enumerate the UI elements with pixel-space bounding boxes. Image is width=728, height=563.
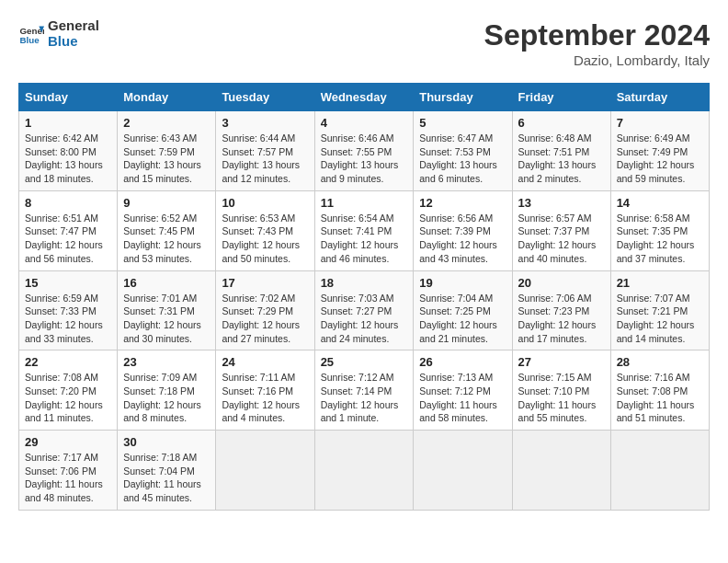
day-info: Sunrise: 6:43 AM Sunset: 7:59 PM Dayligh… <box>123 132 210 186</box>
day-number: 8 <box>25 196 111 210</box>
calendar-week-2: 8Sunrise: 6:51 AM Sunset: 7:47 PM Daylig… <box>19 190 710 270</box>
logo-line2: Blue <box>48 34 99 50</box>
day-info: Sunrise: 7:03 AM Sunset: 7:27 PM Dayligh… <box>321 292 408 346</box>
logo-icon: General Blue <box>18 21 44 47</box>
calendar-cell: 22Sunrise: 7:08 AM Sunset: 7:20 PM Dayli… <box>19 350 118 431</box>
day-number: 26 <box>419 355 506 369</box>
day-info: Sunrise: 6:42 AM Sunset: 8:00 PM Dayligh… <box>25 132 111 186</box>
weekday-header-tuesday: Tuesday <box>216 84 314 111</box>
day-number: 2 <box>123 116 210 130</box>
day-number: 25 <box>321 355 408 369</box>
day-info: Sunrise: 7:18 AM Sunset: 7:04 PM Dayligh… <box>123 451 210 505</box>
calendar-week-3: 15Sunrise: 6:59 AM Sunset: 7:33 PM Dayli… <box>19 270 710 350</box>
calendar-cell: 11Sunrise: 6:54 AM Sunset: 7:41 PM Dayli… <box>314 190 414 270</box>
calendar-week-5: 29Sunrise: 7:17 AM Sunset: 7:06 PM Dayli… <box>19 431 710 511</box>
day-info: Sunrise: 7:01 AM Sunset: 7:31 PM Dayligh… <box>123 292 210 346</box>
calendar-cell <box>216 431 314 511</box>
day-number: 9 <box>123 196 210 210</box>
calendar-cell: 28Sunrise: 7:16 AM Sunset: 7:08 PM Dayli… <box>610 350 709 431</box>
calendar-cell: 12Sunrise: 6:56 AM Sunset: 7:39 PM Dayli… <box>414 190 512 270</box>
day-info: Sunrise: 6:57 AM Sunset: 7:37 PM Dayligh… <box>518 212 605 266</box>
calendar-cell: 24Sunrise: 7:11 AM Sunset: 7:16 PM Dayli… <box>216 350 314 431</box>
day-number: 11 <box>321 196 408 210</box>
day-number: 17 <box>222 276 308 290</box>
calendar-cell <box>314 431 414 511</box>
day-number: 7 <box>617 116 703 130</box>
day-number: 4 <box>321 116 408 130</box>
day-info: Sunrise: 6:49 AM Sunset: 7:49 PM Dayligh… <box>617 132 703 186</box>
logo: General Blue General Blue <box>18 18 99 49</box>
day-number: 23 <box>123 355 210 369</box>
weekday-header-friday: Friday <box>512 84 610 111</box>
weekday-header-monday: Monday <box>118 84 216 111</box>
weekday-header-wednesday: Wednesday <box>314 84 414 111</box>
calendar-cell: 5Sunrise: 6:47 AM Sunset: 7:53 PM Daylig… <box>414 111 512 191</box>
day-number: 1 <box>25 116 111 130</box>
day-info: Sunrise: 7:08 AM Sunset: 7:20 PM Dayligh… <box>25 371 111 425</box>
day-info: Sunrise: 6:44 AM Sunset: 7:57 PM Dayligh… <box>222 132 308 186</box>
calendar-cell: 19Sunrise: 7:04 AM Sunset: 7:25 PM Dayli… <box>414 270 512 350</box>
calendar-cell: 6Sunrise: 6:48 AM Sunset: 7:51 PM Daylig… <box>512 111 610 191</box>
calendar-cell: 10Sunrise: 6:53 AM Sunset: 7:43 PM Dayli… <box>216 190 314 270</box>
day-number: 19 <box>419 276 506 290</box>
day-info: Sunrise: 7:13 AM Sunset: 7:12 PM Dayligh… <box>419 371 506 425</box>
calendar-cell: 20Sunrise: 7:06 AM Sunset: 7:23 PM Dayli… <box>512 270 610 350</box>
day-info: Sunrise: 7:06 AM Sunset: 7:23 PM Dayligh… <box>518 292 605 346</box>
day-number: 10 <box>222 196 308 210</box>
day-info: Sunrise: 7:09 AM Sunset: 7:18 PM Dayligh… <box>123 371 210 425</box>
day-info: Sunrise: 6:54 AM Sunset: 7:41 PM Dayligh… <box>321 212 408 266</box>
calendar-cell: 18Sunrise: 7:03 AM Sunset: 7:27 PM Dayli… <box>314 270 414 350</box>
calendar-cell <box>610 431 709 511</box>
day-number: 20 <box>518 276 605 290</box>
day-number: 30 <box>123 435 210 449</box>
logo-line1: General <box>48 18 99 34</box>
calendar-table: SundayMondayTuesdayWednesdayThursdayFrid… <box>18 83 710 511</box>
calendar-cell: 21Sunrise: 7:07 AM Sunset: 7:21 PM Dayli… <box>610 270 709 350</box>
day-number: 27 <box>518 355 605 369</box>
calendar-week-4: 22Sunrise: 7:08 AM Sunset: 7:20 PM Dayli… <box>19 350 710 431</box>
weekday-header-thursday: Thursday <box>414 84 512 111</box>
day-number: 6 <box>518 116 605 130</box>
calendar-cell <box>414 431 512 511</box>
calendar-cell: 8Sunrise: 6:51 AM Sunset: 7:47 PM Daylig… <box>19 190 118 270</box>
day-info: Sunrise: 7:17 AM Sunset: 7:06 PM Dayligh… <box>25 451 111 505</box>
day-info: Sunrise: 6:51 AM Sunset: 7:47 PM Dayligh… <box>25 212 111 266</box>
day-info: Sunrise: 6:53 AM Sunset: 7:43 PM Dayligh… <box>222 212 308 266</box>
calendar-cell: 16Sunrise: 7:01 AM Sunset: 7:31 PM Dayli… <box>118 270 216 350</box>
calendar-cell: 1Sunrise: 6:42 AM Sunset: 8:00 PM Daylig… <box>19 111 118 191</box>
day-number: 15 <box>25 276 111 290</box>
calendar-cell: 30Sunrise: 7:18 AM Sunset: 7:04 PM Dayli… <box>118 431 216 511</box>
calendar-cell: 17Sunrise: 7:02 AM Sunset: 7:29 PM Dayli… <box>216 270 314 350</box>
calendar-cell: 26Sunrise: 7:13 AM Sunset: 7:12 PM Dayli… <box>414 350 512 431</box>
day-info: Sunrise: 7:15 AM Sunset: 7:10 PM Dayligh… <box>518 371 605 425</box>
calendar-cell: 2Sunrise: 6:43 AM Sunset: 7:59 PM Daylig… <box>118 111 216 191</box>
day-number: 13 <box>518 196 605 210</box>
day-number: 21 <box>617 276 703 290</box>
calendar-cell: 13Sunrise: 6:57 AM Sunset: 7:37 PM Dayli… <box>512 190 610 270</box>
calendar-cell: 3Sunrise: 6:44 AM Sunset: 7:57 PM Daylig… <box>216 111 314 191</box>
day-number: 14 <box>617 196 703 210</box>
calendar-header-row: SundayMondayTuesdayWednesdayThursdayFrid… <box>19 84 710 111</box>
day-number: 18 <box>321 276 408 290</box>
day-number: 22 <box>25 355 111 369</box>
calendar-cell: 23Sunrise: 7:09 AM Sunset: 7:18 PM Dayli… <box>118 350 216 431</box>
day-info: Sunrise: 6:52 AM Sunset: 7:45 PM Dayligh… <box>123 212 210 266</box>
calendar-cell: 27Sunrise: 7:15 AM Sunset: 7:10 PM Dayli… <box>512 350 610 431</box>
calendar-cell: 14Sunrise: 6:58 AM Sunset: 7:35 PM Dayli… <box>610 190 709 270</box>
month-title: September 2024 <box>484 18 710 52</box>
svg-text:Blue: Blue <box>19 34 40 44</box>
day-number: 16 <box>123 276 210 290</box>
day-number: 5 <box>419 116 506 130</box>
calendar-body: 1Sunrise: 6:42 AM Sunset: 8:00 PM Daylig… <box>19 111 710 511</box>
day-info: Sunrise: 6:56 AM Sunset: 7:39 PM Dayligh… <box>419 212 506 266</box>
page-header: General Blue General Blue September 2024… <box>18 18 710 68</box>
day-info: Sunrise: 7:02 AM Sunset: 7:29 PM Dayligh… <box>222 292 308 346</box>
day-number: 24 <box>222 355 308 369</box>
location: Dazio, Lombardy, Italy <box>484 52 710 68</box>
day-info: Sunrise: 7:11 AM Sunset: 7:16 PM Dayligh… <box>222 371 308 425</box>
day-info: Sunrise: 7:12 AM Sunset: 7:14 PM Dayligh… <box>321 371 408 425</box>
day-info: Sunrise: 6:48 AM Sunset: 7:51 PM Dayligh… <box>518 132 605 186</box>
calendar-cell: 25Sunrise: 7:12 AM Sunset: 7:14 PM Dayli… <box>314 350 414 431</box>
day-number: 29 <box>25 435 111 449</box>
calendar-cell: 29Sunrise: 7:17 AM Sunset: 7:06 PM Dayli… <box>19 431 118 511</box>
